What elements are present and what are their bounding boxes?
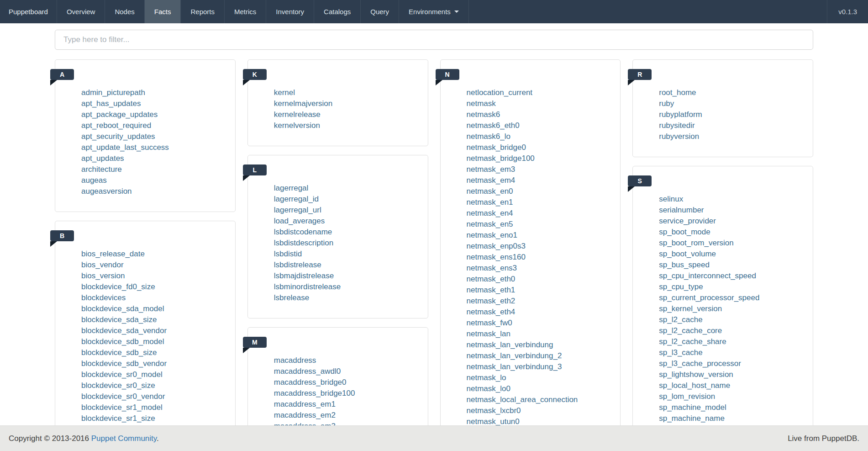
- nav-tab-nodes[interactable]: Nodes: [105, 0, 144, 23]
- fact-link-root_home[interactable]: root_home: [659, 88, 696, 97]
- fact-link-sp_boot_mode[interactable]: sp_boot_mode: [659, 228, 710, 236]
- fact-link-sp_l3_cache_processor[interactable]: sp_l3_cache_processor: [659, 359, 741, 368]
- nav-tab-reports[interactable]: Reports: [181, 0, 225, 23]
- fact-link-netmask_lan_verbindung_2[interactable]: netmask_lan_verbindung_2: [467, 351, 562, 360]
- fact-link-sp_lom_revision[interactable]: sp_lom_revision: [659, 392, 715, 401]
- fact-link-load_averages[interactable]: load_averages: [274, 217, 325, 225]
- fact-link-lsbminordistrelease[interactable]: lsbminordistrelease: [274, 282, 341, 291]
- fact-link-blockdevice_sr0_size[interactable]: blockdevice_sr0_size: [81, 381, 155, 390]
- fact-link-bios_release_date[interactable]: bios_release_date: [81, 249, 145, 258]
- fact-link-sp_boot_volume[interactable]: sp_boot_volume: [659, 249, 716, 258]
- nav-tab-metrics[interactable]: Metrics: [225, 0, 266, 23]
- fact-link-netmask_eth0[interactable]: netmask_eth0: [467, 275, 516, 283]
- fact-link-apt_updates[interactable]: apt_updates: [81, 154, 124, 163]
- fact-link-kernel[interactable]: kernel: [274, 88, 295, 97]
- fact-link-lsbdistid[interactable]: lsbdistid: [274, 249, 302, 258]
- fact-link-sp_l3_cache[interactable]: sp_l3_cache: [659, 348, 702, 357]
- nav-tab-environments[interactable]: Environments: [399, 0, 469, 23]
- fact-link-netmask_local_area_connection[interactable]: netmask_local_area_connection: [467, 395, 578, 404]
- fact-link-apt_package_updates[interactable]: apt_package_updates: [81, 110, 158, 119]
- fact-link-netmask_eth1[interactable]: netmask_eth1: [467, 286, 516, 294]
- fact-link-rubyplatform[interactable]: rubyplatform: [659, 110, 702, 119]
- fact-link-netmask_eth2[interactable]: netmask_eth2: [467, 297, 516, 305]
- fact-link-blockdevice_sr1_model[interactable]: blockdevice_sr1_model: [81, 403, 163, 412]
- fact-link-blockdevice_sda_size[interactable]: blockdevice_sda_size: [81, 315, 157, 324]
- fact-link-lagerregal[interactable]: lagerregal: [274, 184, 309, 192]
- navbar-brand[interactable]: Puppetboard: [0, 0, 57, 23]
- fact-link-netmask_eth4[interactable]: netmask_eth4: [467, 308, 516, 316]
- fact-link-serialnumber[interactable]: serialnumber: [659, 206, 704, 214]
- fact-link-sp_l2_cache[interactable]: sp_l2_cache: [659, 315, 702, 324]
- fact-link-sp_boot_rom_version[interactable]: sp_boot_rom_version: [659, 239, 733, 247]
- fact-link-netmask_ens3[interactable]: netmask_ens3: [467, 264, 517, 272]
- fact-link-sp_machine_model[interactable]: sp_machine_model: [659, 403, 726, 412]
- fact-link-macaddress_awdl0[interactable]: macaddress_awdl0: [274, 367, 341, 376]
- fact-link-blockdevices[interactable]: blockdevices: [81, 293, 126, 302]
- fact-link-sp_cpu_type[interactable]: sp_cpu_type: [659, 282, 703, 291]
- fact-link-apt_security_updates[interactable]: apt_security_updates: [81, 132, 155, 141]
- fact-link-netmask_en0[interactable]: netmask_en0: [467, 187, 513, 196]
- fact-link-lsbdistrelease[interactable]: lsbdistrelease: [274, 260, 321, 269]
- fact-link-kernelversion[interactable]: kernelversion: [274, 121, 320, 130]
- fact-link-lsbmajdistrelease[interactable]: lsbmajdistrelease: [274, 271, 334, 280]
- nav-tab-inventory[interactable]: Inventory: [266, 0, 314, 23]
- fact-link-apt_has_updates[interactable]: apt_has_updates: [81, 99, 141, 108]
- fact-link-lsbdistdescription[interactable]: lsbdistdescription: [274, 239, 333, 247]
- fact-link-macaddress_em1[interactable]: macaddress_em1: [274, 400, 336, 409]
- fact-link-macaddress_em2[interactable]: macaddress_em2: [274, 411, 336, 419]
- fact-link-blockdevice_sr0_vendor[interactable]: blockdevice_sr0_vendor: [81, 392, 165, 401]
- fact-link-macaddress_bridge0[interactable]: macaddress_bridge0: [274, 378, 347, 387]
- fact-link-netmask_lo0[interactable]: netmask_lo0: [467, 384, 510, 393]
- fact-link-netmask_en1[interactable]: netmask_en1: [467, 198, 513, 207]
- fact-link-sp_local_host_name[interactable]: sp_local_host_name: [659, 381, 730, 390]
- nav-tab-query[interactable]: Query: [361, 0, 399, 23]
- fact-link-blockdevice_sdb_size[interactable]: blockdevice_sdb_size: [81, 348, 157, 357]
- fact-link-sp_l2_cache_core[interactable]: sp_l2_cache_core: [659, 326, 722, 335]
- fact-link-architecture[interactable]: architecture: [81, 165, 122, 174]
- fact-link-selinux[interactable]: selinux: [659, 195, 683, 203]
- fact-link-sp_bus_speed[interactable]: sp_bus_speed: [659, 260, 710, 269]
- fact-link-netmask_utun0[interactable]: netmask_utun0: [467, 417, 520, 426]
- nav-tab-catalogs[interactable]: Catalogs: [314, 0, 361, 23]
- fact-link-sp_cpu_interconnect_speed[interactable]: sp_cpu_interconnect_speed: [659, 271, 756, 280]
- fact-link-netlocation_current[interactable]: netlocation_current: [467, 88, 533, 97]
- fact-link-netmask_bridge100[interactable]: netmask_bridge100: [467, 154, 535, 163]
- fact-link-lagerregal_id[interactable]: lagerregal_id: [274, 195, 319, 203]
- fact-link-rubysitedir[interactable]: rubysitedir: [659, 121, 694, 130]
- fact-link-macaddress[interactable]: macaddress: [274, 356, 316, 365]
- fact-link-netmask6[interactable]: netmask6: [467, 110, 500, 119]
- fact-link-netmask_en5[interactable]: netmask_en5: [467, 220, 513, 228]
- nav-tab-facts[interactable]: Facts: [145, 0, 181, 23]
- fact-link-bios_vendor[interactable]: bios_vendor: [81, 260, 124, 269]
- fact-link-service_provider[interactable]: service_provider: [659, 217, 716, 225]
- fact-link-sp_lightshow_version[interactable]: sp_lightshow_version: [659, 370, 733, 379]
- fact-link-ruby[interactable]: ruby: [659, 99, 674, 108]
- fact-link-netmask_em4[interactable]: netmask_em4: [467, 176, 516, 185]
- fact-link-netmask_enp0s3[interactable]: netmask_enp0s3: [467, 242, 526, 250]
- fact-link-sp_kernel_version[interactable]: sp_kernel_version: [659, 304, 722, 313]
- fact-link-apt_reboot_required[interactable]: apt_reboot_required: [81, 121, 151, 130]
- fact-link-netmask_em3[interactable]: netmask_em3: [467, 165, 516, 174]
- fact-link-sp_current_processor_speed[interactable]: sp_current_processor_speed: [659, 293, 759, 302]
- fact-link-netmask[interactable]: netmask: [467, 99, 496, 108]
- fact-link-rubyversion[interactable]: rubyversion: [659, 132, 699, 141]
- fact-link-sp_l2_cache_share[interactable]: sp_l2_cache_share: [659, 337, 726, 346]
- fact-link-macaddress_bridge100[interactable]: macaddress_bridge100: [274, 389, 355, 398]
- facts-filter-input[interactable]: [55, 30, 813, 50]
- fact-link-netmask_ens160[interactable]: netmask_ens160: [467, 253, 526, 261]
- fact-link-blockdevice_sda_vendor[interactable]: blockdevice_sda_vendor: [81, 326, 167, 335]
- fact-link-netmask_lan[interactable]: netmask_lan: [467, 329, 510, 338]
- fact-link-netmask_lan_verbindung[interactable]: netmask_lan_verbindung: [467, 340, 553, 349]
- fact-link-lsbrelease[interactable]: lsbrelease: [274, 293, 310, 302]
- puppet-community-link[interactable]: Puppet Community: [91, 434, 157, 443]
- fact-link-augeas[interactable]: augeas: [81, 176, 107, 185]
- fact-link-netmask_lan_verbindung_3[interactable]: netmask_lan_verbindung_3: [467, 362, 562, 371]
- fact-link-augeasversion[interactable]: augeasversion: [81, 187, 132, 196]
- fact-link-admin_picturepath[interactable]: admin_picturepath: [81, 88, 145, 97]
- fact-link-blockdevice_sr1_size[interactable]: blockdevice_sr1_size: [81, 414, 155, 423]
- fact-link-blockdevice_fd0_size[interactable]: blockdevice_fd0_size: [81, 282, 155, 291]
- fact-link-netmask_en4[interactable]: netmask_en4: [467, 209, 513, 218]
- fact-link-netmask6_lo[interactable]: netmask6_lo: [467, 132, 510, 141]
- fact-link-netmask_fw0[interactable]: netmask_fw0: [467, 318, 512, 327]
- fact-link-netmask_lxcbr0[interactable]: netmask_lxcbr0: [467, 406, 521, 415]
